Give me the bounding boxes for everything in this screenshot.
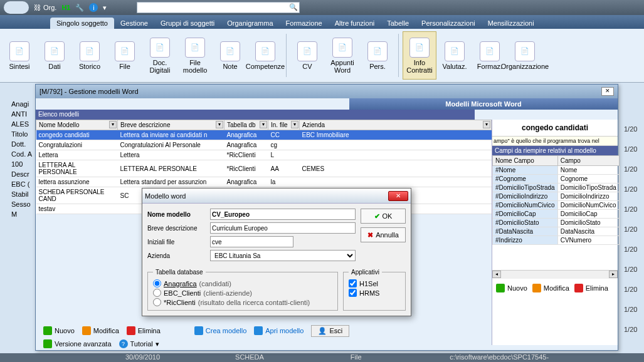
ribbon-icon: 📄 (297, 41, 317, 61)
ribbon-cv[interactable]: 📄CV (290, 31, 324, 80)
radio-ebc_clienti[interactable]: EBC_Clienti(clienti-aziende) (153, 289, 332, 297)
ribbon-info-contratti[interactable]: 📄Info Contratti (403, 31, 436, 80)
field-row[interactable]: #DomicilioCapDomicilioCap (493, 210, 620, 219)
field-row[interactable]: #CognomeCognome (493, 175, 620, 184)
iniziali-file-input[interactable] (210, 236, 293, 247)
tab-personalizzazioni[interactable]: Personalizzazioni (415, 18, 482, 29)
filter-dropdown-icon[interactable]: ▾ (291, 121, 298, 128)
ribbon-icon: 📄 (480, 41, 500, 61)
h1-icon[interactable]: H1 (61, 4, 70, 11)
ribbon-icon: 📄 (115, 41, 135, 61)
ribbon-formaz-[interactable]: 📄Formaz. (473, 31, 507, 80)
check-hrms[interactable]: HRMS (349, 289, 400, 297)
ribbon-organizzazione[interactable]: 📄Organizzazione (508, 31, 542, 80)
ribbon-note[interactable]: 📄Note (213, 31, 247, 80)
delete-icon (127, 326, 135, 335)
dialog-titlebar: Modello word ✕ (142, 189, 411, 204)
subwindow-title: [M/792] - Gestione modelli Word (40, 88, 139, 95)
filter-dropdown-icon[interactable]: ▾ (260, 121, 267, 128)
table-row[interactable]: CongratulazioniCongratulazioni Al Person… (36, 140, 492, 150)
filter-dropdown-icon[interactable]: ▾ (483, 121, 490, 128)
ribbon-doc-digitali[interactable]: 📄Doc. Digitali (143, 31, 177, 80)
filter-dropdown-icon[interactable]: ▾ (109, 121, 117, 128)
filter-dropdown-icon[interactable]: ▾ (216, 121, 223, 128)
tab-organigramma[interactable]: Organigramma (221, 18, 279, 29)
col-header[interactable]: Nome Modello▾ (36, 120, 118, 130)
close-icon[interactable]: ✕ (601, 87, 614, 96)
table-row[interactable]: lettera assunzioneLettera standard per a… (36, 177, 492, 187)
tab-mensilizzazioni[interactable]: Mensilizzazioni (482, 18, 541, 29)
ok-button[interactable]: ✔OK (361, 209, 406, 224)
table-row[interactable]: LetteraLettera*RicClientiL (36, 150, 492, 160)
ribbon-sintesi[interactable]: 📄Sintesi (3, 31, 36, 80)
col-nome-campo[interactable]: Nome Campo (493, 156, 558, 166)
ribbon-pers-[interactable]: 📄Pers. (361, 31, 394, 80)
section-header: Modelli Microsoft Word (349, 98, 618, 110)
tab-gruppi-di-soggetti[interactable]: Gruppi di soggetti (154, 18, 221, 29)
col-header[interactable]: In. file▾ (268, 120, 300, 130)
rp-modifica-button[interactable]: Modifica (532, 284, 569, 292)
field-row[interactable]: #DomicilioTipoStradaDomicilioTipoStrada (493, 184, 620, 192)
ribbon-valutaz-[interactable]: 📄Valutaz. (438, 31, 472, 80)
ribbon-icon: 📄 (45, 41, 65, 61)
dialog-title: Modello word (145, 192, 186, 200)
hscrollbar[interactable]: ◂ ▸ (492, 270, 618, 279)
tab-tabelle[interactable]: Tabelle (381, 18, 415, 29)
nome-modello-input[interactable] (210, 209, 356, 220)
ribbon-icon: 📄 (409, 38, 430, 58)
field-row[interactable]: #DomicilioNumCivicoDomicilioNumCivico (493, 201, 620, 210)
table-row[interactable]: LETTERA AL PERSONALELETTERA AL PERSONALE… (36, 160, 492, 177)
search-icon: 🔍 (289, 3, 298, 12)
versione-avanzata-button[interactable]: Versione avanzata (43, 339, 112, 348)
tab-singolo-soggetto[interactable]: Singolo soggetto (50, 18, 114, 29)
breve-desc-label: Breve descrizione (147, 225, 206, 232)
ribbon-icon: 📄 (220, 41, 240, 61)
search-input[interactable]: 🔍 (137, 2, 300, 13)
iniziali-file-label: Iniziali file (147, 239, 206, 246)
table-row[interactable]: congedo candidatiLettera da inviare ai c… (36, 130, 492, 140)
check-h1sel[interactable]: H1Sel (349, 279, 400, 287)
help-icon[interactable]: i (89, 3, 98, 12)
tab-formazione[interactable]: Formazione (280, 18, 329, 29)
ribbon-competenze[interactable]: 📄Competenze (248, 31, 282, 80)
org-selector[interactable]: ⛓ Org. (34, 4, 56, 11)
ribbon-icon: 📄 (255, 41, 275, 61)
scroll-left-icon[interactable]: ◂ (492, 271, 501, 278)
nuovo-button[interactable]: Nuovo (43, 326, 75, 335)
field-row[interactable]: #DataNascitaDataNascita (493, 227, 620, 236)
tab-gestione[interactable]: Gestione (114, 18, 154, 29)
col-campo[interactable]: Campo (557, 156, 619, 166)
field-row[interactable]: #DomicilioStatoDomicilioStato (493, 219, 620, 227)
crea-modello-button[interactable]: Crea modello (194, 326, 246, 335)
modifica-button[interactable]: Modifica (82, 326, 119, 335)
ribbon-appunti-word[interactable]: 📄Appunti Word (325, 31, 359, 80)
annulla-button[interactable]: ✖Annulla (361, 227, 406, 242)
right-panel: congedo candidati ampo" è quello che il … (492, 120, 618, 345)
ribbon-dati[interactable]: 📄Dati (38, 31, 71, 80)
fields-table[interactable]: Nome Campo Campo #NomeNome#CognomeCognom… (492, 155, 620, 245)
elimina-button[interactable]: Elimina (127, 326, 161, 335)
col-header[interactable]: Azienda▾ (300, 120, 492, 130)
field-row[interactable]: #NomeNome (493, 166, 620, 175)
rp-nuovo-button[interactable]: Nuovo (496, 284, 527, 292)
tab-altre-funzioni[interactable]: Altre funzioni (329, 18, 381, 29)
radio-anagrafica[interactable]: Anagrafica(candidati) (153, 279, 332, 287)
breve-desc-input[interactable] (210, 222, 356, 234)
col-header[interactable]: Tabella db▾ (224, 120, 268, 130)
field-row[interactable]: #IndirizzoCVNumero (493, 236, 620, 245)
radio-ricclienti[interactable]: *RicClienti(risultato della ricerca cont… (153, 298, 332, 306)
apri-modello-button[interactable]: Apri modello (254, 326, 304, 335)
esci-button[interactable]: 👤 Esci (311, 325, 349, 337)
field-row[interactable]: #DomicilioIndirizzoDomicilioIndirizzo (493, 192, 620, 201)
rp-elimina-button[interactable]: Elimina (574, 284, 608, 292)
ribbon-file-modello[interactable]: 📄File modello (178, 31, 212, 80)
azienda-select[interactable]: EBC Lituania Sa (210, 250, 356, 261)
tool-icon-1[interactable]: 🔧 (75, 4, 84, 12)
col-header[interactable]: Breve descrizione▾ (118, 120, 224, 130)
ribbon-file[interactable]: 📄File (108, 31, 142, 80)
dropdown-arrow[interactable]: ▾ (103, 4, 107, 12)
dialog-close-button[interactable]: ✕ (388, 191, 408, 201)
scroll-right-icon[interactable]: ▸ (609, 271, 618, 278)
ribbon-storico[interactable]: 📄Storico (73, 31, 107, 80)
tutorial-button[interactable]: ?Tutorial ▾ (119, 339, 159, 348)
